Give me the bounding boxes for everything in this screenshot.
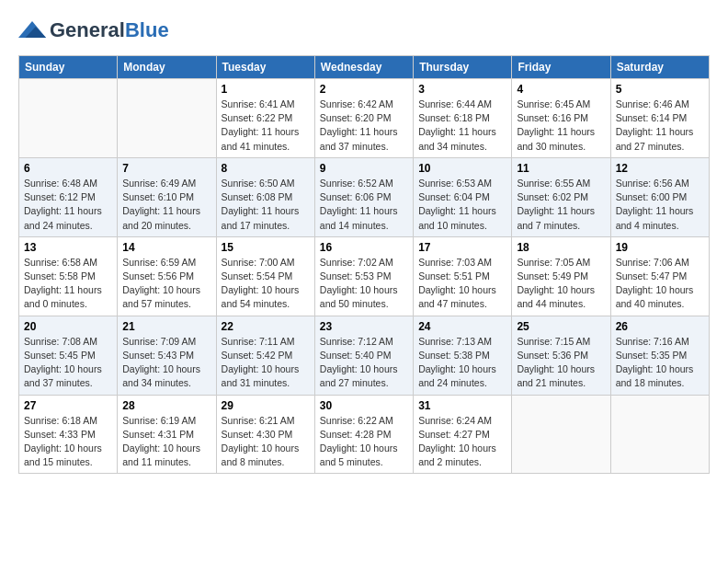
day-info: Sunrise: 7:16 AM Sunset: 5:35 PM Dayligh… (616, 335, 704, 391)
weekday-header: Tuesday (216, 56, 314, 79)
day-info: Sunrise: 6:42 AM Sunset: 6:20 PM Dayligh… (320, 98, 408, 154)
day-info: Sunrise: 6:24 AM Sunset: 4:27 PM Dayligh… (418, 414, 506, 470)
day-info: Sunrise: 7:06 AM Sunset: 5:47 PM Dayligh… (616, 256, 704, 312)
calendar-cell: 15Sunrise: 7:00 AM Sunset: 5:54 PM Dayli… (216, 236, 314, 316)
page: GeneralBlue SundayMondayTuesdayWednesday… (0, 0, 728, 483)
calendar-cell: 17Sunrise: 7:03 AM Sunset: 5:51 PM Dayli… (414, 236, 512, 316)
day-info: Sunrise: 6:18 AM Sunset: 4:33 PM Dayligh… (24, 414, 112, 470)
weekday-header: Wednesday (314, 56, 413, 79)
calendar-cell: 24Sunrise: 7:13 AM Sunset: 5:38 PM Dayli… (414, 316, 512, 395)
header: GeneralBlue (18, 18, 710, 42)
day-number: 23 (320, 320, 408, 333)
day-info: Sunrise: 6:46 AM Sunset: 6:14 PM Dayligh… (616, 98, 704, 154)
day-number: 9 (320, 162, 408, 175)
day-number: 20 (24, 320, 112, 333)
calendar-cell: 22Sunrise: 7:11 AM Sunset: 5:42 PM Dayli… (216, 316, 314, 395)
day-info: Sunrise: 6:58 AM Sunset: 5:58 PM Dayligh… (24, 256, 112, 312)
calendar-cell: 28Sunrise: 6:19 AM Sunset: 4:31 PM Dayli… (118, 395, 216, 474)
calendar-cell: 3Sunrise: 6:44 AM Sunset: 6:18 PM Daylig… (414, 79, 512, 158)
logo-icon (18, 21, 46, 38)
calendar-cell: 13Sunrise: 6:58 AM Sunset: 5:58 PM Dayli… (19, 236, 118, 316)
day-number: 19 (616, 241, 704, 254)
day-number: 8 (222, 162, 310, 175)
day-number: 26 (616, 320, 704, 333)
day-number: 31 (418, 399, 506, 412)
calendar-cell: 26Sunrise: 7:16 AM Sunset: 5:35 PM Dayli… (610, 316, 709, 395)
calendar-cell (512, 395, 610, 474)
day-number: 13 (24, 241, 112, 254)
calendar-table: SundayMondayTuesdayWednesdayThursdayFrid… (18, 55, 710, 474)
day-info: Sunrise: 7:00 AM Sunset: 5:54 PM Dayligh… (222, 256, 310, 312)
day-info: Sunrise: 6:21 AM Sunset: 4:30 PM Dayligh… (222, 414, 310, 470)
day-info: Sunrise: 6:55 AM Sunset: 6:02 PM Dayligh… (517, 177, 605, 233)
calendar-cell: 18Sunrise: 7:05 AM Sunset: 5:49 PM Dayli… (512, 236, 610, 316)
day-number: 21 (122, 320, 210, 333)
calendar-week-row: 20Sunrise: 7:08 AM Sunset: 5:45 PM Dayli… (19, 316, 710, 395)
weekday-header: Saturday (610, 56, 709, 79)
day-info: Sunrise: 7:03 AM Sunset: 5:51 PM Dayligh… (418, 256, 506, 312)
calendar-cell: 31Sunrise: 6:24 AM Sunset: 4:27 PM Dayli… (414, 395, 512, 474)
logo: GeneralBlue (18, 18, 169, 42)
calendar-cell: 23Sunrise: 7:12 AM Sunset: 5:40 PM Dayli… (314, 316, 413, 395)
day-number: 24 (418, 320, 506, 333)
day-number: 4 (517, 83, 605, 96)
day-number: 11 (517, 162, 605, 175)
calendar-cell (610, 395, 709, 474)
day-number: 28 (122, 399, 210, 412)
day-info: Sunrise: 6:50 AM Sunset: 6:08 PM Dayligh… (222, 177, 310, 233)
calendar-cell: 4Sunrise: 6:45 AM Sunset: 6:16 PM Daylig… (512, 79, 610, 158)
calendar-header-row: SundayMondayTuesdayWednesdayThursdayFrid… (19, 56, 710, 79)
calendar-cell: 11Sunrise: 6:55 AM Sunset: 6:02 PM Dayli… (512, 157, 610, 236)
calendar-cell: 7Sunrise: 6:49 AM Sunset: 6:10 PM Daylig… (118, 157, 216, 236)
day-number: 22 (222, 320, 310, 333)
day-info: Sunrise: 7:13 AM Sunset: 5:38 PM Dayligh… (418, 335, 506, 391)
day-info: Sunrise: 6:48 AM Sunset: 6:12 PM Dayligh… (24, 177, 112, 233)
day-number: 7 (122, 162, 210, 175)
day-number: 29 (222, 399, 310, 412)
day-info: Sunrise: 6:52 AM Sunset: 6:06 PM Dayligh… (320, 177, 408, 233)
calendar-week-row: 27Sunrise: 6:18 AM Sunset: 4:33 PM Dayli… (19, 395, 710, 474)
calendar-cell: 6Sunrise: 6:48 AM Sunset: 6:12 PM Daylig… (19, 157, 118, 236)
day-number: 6 (24, 162, 112, 175)
day-number: 3 (418, 83, 506, 96)
day-info: Sunrise: 6:53 AM Sunset: 6:04 PM Dayligh… (418, 177, 506, 233)
calendar-week-row: 1Sunrise: 6:41 AM Sunset: 6:22 PM Daylig… (19, 79, 710, 158)
calendar-cell: 19Sunrise: 7:06 AM Sunset: 5:47 PM Dayli… (610, 236, 709, 316)
day-info: Sunrise: 7:05 AM Sunset: 5:49 PM Dayligh… (517, 256, 605, 312)
day-info: Sunrise: 6:59 AM Sunset: 5:56 PM Dayligh… (122, 256, 210, 312)
calendar-cell: 30Sunrise: 6:22 AM Sunset: 4:28 PM Dayli… (314, 395, 413, 474)
calendar-cell: 14Sunrise: 6:59 AM Sunset: 5:56 PM Dayli… (118, 236, 216, 316)
weekday-header: Monday (118, 56, 216, 79)
day-number: 2 (320, 83, 408, 96)
day-number: 12 (616, 162, 704, 175)
calendar-cell: 2Sunrise: 6:42 AM Sunset: 6:20 PM Daylig… (314, 79, 413, 158)
day-number: 17 (418, 241, 506, 254)
day-info: Sunrise: 7:08 AM Sunset: 5:45 PM Dayligh… (24, 335, 112, 391)
calendar-cell: 10Sunrise: 6:53 AM Sunset: 6:04 PM Dayli… (414, 157, 512, 236)
day-info: Sunrise: 6:49 AM Sunset: 6:10 PM Dayligh… (122, 177, 210, 233)
calendar-cell: 9Sunrise: 6:52 AM Sunset: 6:06 PM Daylig… (314, 157, 413, 236)
day-info: Sunrise: 7:15 AM Sunset: 5:36 PM Dayligh… (517, 335, 605, 391)
day-info: Sunrise: 6:41 AM Sunset: 6:22 PM Dayligh… (222, 98, 310, 154)
calendar-cell: 1Sunrise: 6:41 AM Sunset: 6:22 PM Daylig… (216, 79, 314, 158)
day-info: Sunrise: 6:44 AM Sunset: 6:18 PM Dayligh… (418, 98, 506, 154)
day-info: Sunrise: 7:12 AM Sunset: 5:40 PM Dayligh… (320, 335, 408, 391)
calendar-cell: 25Sunrise: 7:15 AM Sunset: 5:36 PM Dayli… (512, 316, 610, 395)
day-info: Sunrise: 7:02 AM Sunset: 5:53 PM Dayligh… (320, 256, 408, 312)
day-number: 1 (222, 83, 310, 96)
day-info: Sunrise: 7:09 AM Sunset: 5:43 PM Dayligh… (122, 335, 210, 391)
calendar-cell: 27Sunrise: 6:18 AM Sunset: 4:33 PM Dayli… (19, 395, 118, 474)
calendar-cell: 12Sunrise: 6:56 AM Sunset: 6:00 PM Dayli… (610, 157, 709, 236)
day-info: Sunrise: 6:56 AM Sunset: 6:00 PM Dayligh… (616, 177, 704, 233)
day-number: 15 (222, 241, 310, 254)
day-info: Sunrise: 6:22 AM Sunset: 4:28 PM Dayligh… (320, 414, 408, 470)
day-info: Sunrise: 6:19 AM Sunset: 4:31 PM Dayligh… (122, 414, 210, 470)
day-info: Sunrise: 7:11 AM Sunset: 5:42 PM Dayligh… (222, 335, 310, 391)
calendar-cell: 29Sunrise: 6:21 AM Sunset: 4:30 PM Dayli… (216, 395, 314, 474)
calendar-cell (118, 79, 216, 158)
calendar-cell: 16Sunrise: 7:02 AM Sunset: 5:53 PM Dayli… (314, 236, 413, 316)
logo-text: GeneralBlue (50, 18, 169, 42)
calendar-week-row: 13Sunrise: 6:58 AM Sunset: 5:58 PM Dayli… (19, 236, 710, 316)
calendar-cell: 5Sunrise: 6:46 AM Sunset: 6:14 PM Daylig… (610, 79, 709, 158)
calendar-cell: 20Sunrise: 7:08 AM Sunset: 5:45 PM Dayli… (19, 316, 118, 395)
